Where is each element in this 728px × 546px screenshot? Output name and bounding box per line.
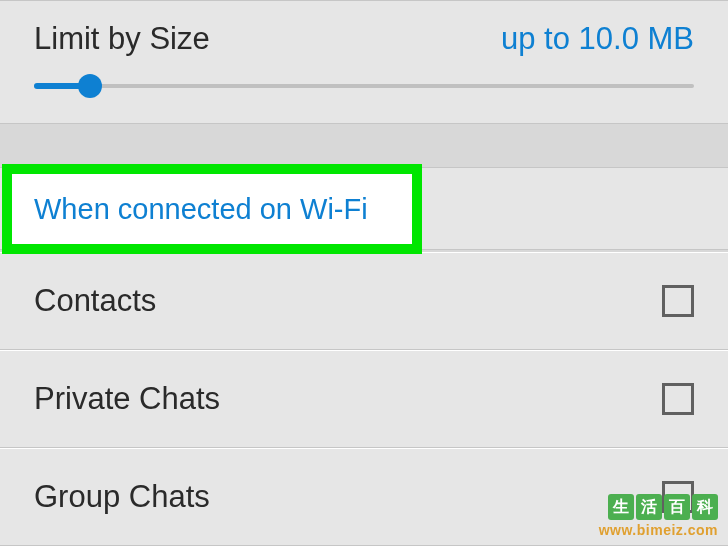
private-chats-label: Private Chats <box>34 381 220 417</box>
watermark-chars: 生 活 百 科 <box>608 494 718 520</box>
group-chats-label: Group Chats <box>34 479 210 515</box>
slider-track <box>34 84 694 88</box>
contacts-label: Contacts <box>34 283 156 319</box>
watermark-char-3: 百 <box>664 494 690 520</box>
size-slider-container <box>0 73 728 123</box>
limit-by-size-label: Limit by Size <box>34 21 210 57</box>
watermark-char-1: 生 <box>608 494 634 520</box>
wifi-header-highlight: When connected on Wi-Fi <box>2 164 422 254</box>
watermark-char-4: 科 <box>692 494 718 520</box>
section-gap <box>0 124 728 168</box>
watermark: 生 活 百 科 www.bimeiz.com <box>599 494 718 538</box>
watermark-badge: 生 活 百 科 <box>599 494 718 520</box>
size-slider[interactable] <box>34 73 694 99</box>
watermark-url: www.bimeiz.com <box>599 522 718 538</box>
wifi-header-label: When connected on Wi-Fi <box>34 193 368 226</box>
contacts-row[interactable]: Contacts <box>0 252 728 350</box>
contacts-checkbox[interactable] <box>662 285 694 317</box>
watermark-char-2: 活 <box>636 494 662 520</box>
limit-by-size-value: up to 10.0 MB <box>501 21 694 57</box>
wifi-section-header-wrap: When connected on Wi-Fi <box>0 168 728 252</box>
limit-by-size-section: Limit by Size up to 10.0 MB <box>0 0 728 124</box>
slider-thumb[interactable] <box>78 74 102 98</box>
private-chats-row[interactable]: Private Chats <box>0 350 728 448</box>
private-chats-checkbox[interactable] <box>662 383 694 415</box>
size-header-row: Limit by Size up to 10.0 MB <box>0 1 728 73</box>
